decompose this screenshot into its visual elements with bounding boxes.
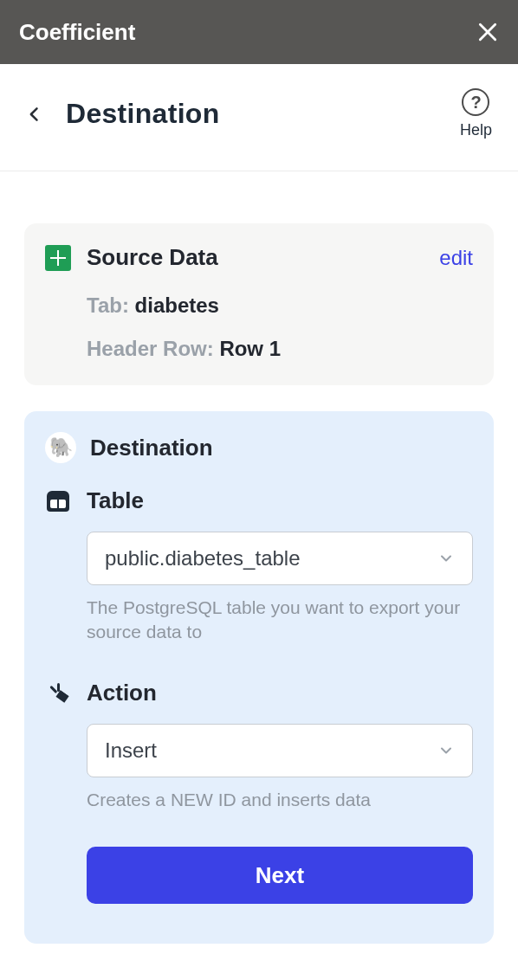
next-button[interactable]: Next xyxy=(87,847,473,904)
destination-title: Destination xyxy=(90,435,213,461)
destination-card: 🐘 Destination Table public.diabetes_tabl… xyxy=(24,411,494,944)
back-button[interactable] xyxy=(26,101,43,127)
action-field-help: Creates a NEW ID and inserts data xyxy=(87,788,473,812)
close-icon xyxy=(476,21,499,43)
help-button[interactable]: ? Help xyxy=(460,88,492,139)
source-data-card: Source Data edit Tab: diabetes Header Ro… xyxy=(24,223,494,385)
help-icon: ? xyxy=(462,88,489,116)
table-icon xyxy=(47,491,69,512)
table-select-value: public.diabetes_table xyxy=(105,546,301,571)
table-field-block: Table public.diabetes_table The PostgreS… xyxy=(45,487,473,645)
source-tab-label: Tab: xyxy=(87,293,129,317)
source-header-label: Header Row: xyxy=(87,337,214,360)
page-header-row: Destination ? Help xyxy=(0,64,518,171)
table-field-help: The PostgreSQL table you want to export … xyxy=(87,596,473,645)
edit-source-link[interactable]: edit xyxy=(439,246,473,270)
action-field-label: Action xyxy=(87,680,473,706)
action-select-value: Insert xyxy=(105,738,157,763)
source-header-row: Header Row: Row 1 xyxy=(87,337,473,361)
close-button[interactable] xyxy=(476,21,499,43)
table-select[interactable]: public.diabetes_table xyxy=(87,532,473,585)
app-header: Coefficient xyxy=(0,0,518,64)
postgresql-icon: 🐘 xyxy=(45,432,76,463)
table-field-label: Table xyxy=(87,487,473,514)
action-select[interactable]: Insert xyxy=(87,724,473,777)
source-data-title: Source Data xyxy=(87,244,218,271)
chevron-left-icon xyxy=(26,101,43,127)
app-title: Coefficient xyxy=(19,19,135,46)
spreadsheet-icon xyxy=(45,245,71,271)
action-field-block: Action Insert Creates a NEW ID and inser… xyxy=(45,680,473,812)
chevron-down-icon xyxy=(437,550,455,567)
source-tab-value: diabetes xyxy=(135,293,219,317)
source-header-value: Row 1 xyxy=(219,337,281,360)
action-icon xyxy=(47,683,69,706)
page-title: Destination xyxy=(66,98,220,130)
help-label: Help xyxy=(460,121,492,139)
chevron-down-icon xyxy=(437,742,455,759)
source-tab-row: Tab: diabetes xyxy=(87,293,473,318)
